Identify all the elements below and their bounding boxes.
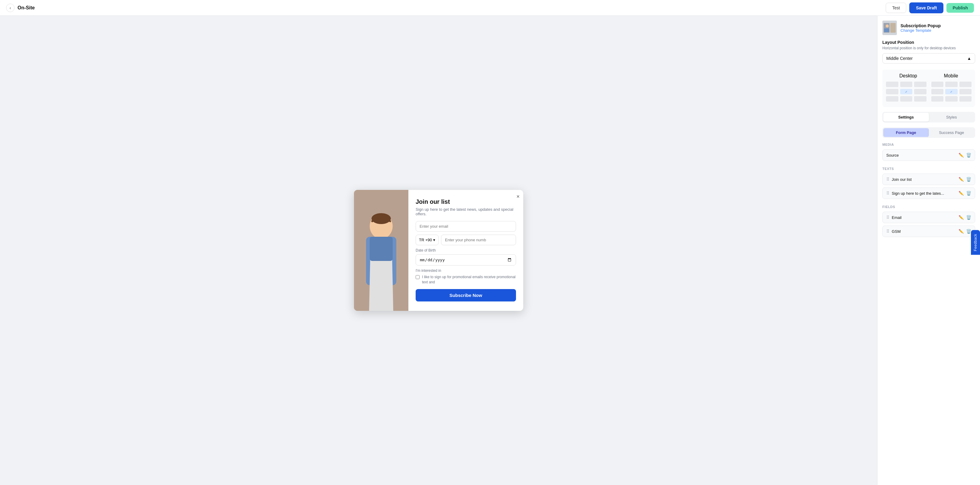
main-layout: × Join our list Sign up here to get the … bbox=[0, 16, 980, 485]
source-field-actions: ✏️ 🗑️ bbox=[959, 153, 971, 158]
position-grid-container: Desktop Mobile ✓ bbox=[882, 70, 975, 107]
pos-ml-desktop[interactable] bbox=[886, 89, 898, 94]
position-dropdown[interactable]: Middle Center ▲ bbox=[882, 53, 975, 64]
drag-icon-text1[interactable]: ⠿ bbox=[886, 177, 889, 182]
app-title: On-Site bbox=[18, 5, 35, 11]
gsm-field-row: ⠿ GSM ✏️ 🗑️ bbox=[882, 226, 975, 237]
pos-bl-desktop[interactable] bbox=[886, 96, 898, 102]
text2-actions: ✏️ 🗑️ bbox=[959, 191, 971, 196]
email-field-actions: ✏️ 🗑️ bbox=[959, 215, 971, 220]
text2-delete-button[interactable]: 🗑️ bbox=[966, 191, 971, 196]
popup-image bbox=[354, 190, 408, 311]
text1-actions: ✏️ 🗑️ bbox=[959, 177, 971, 182]
settings-styles-tabs: Settings Styles bbox=[882, 112, 975, 123]
chevron-up-icon: ▲ bbox=[967, 56, 971, 61]
drag-icon-email[interactable]: ⠿ bbox=[886, 215, 889, 220]
email-field-row: ⠿ Email ✏️ 🗑️ bbox=[882, 212, 975, 223]
publish-button[interactable]: Publish bbox=[947, 3, 974, 13]
interest-checkbox[interactable] bbox=[416, 275, 420, 279]
text1-edit-button[interactable]: ✏️ bbox=[959, 177, 964, 182]
pos-tr-mobile[interactable] bbox=[959, 81, 972, 87]
layout-position-title: Layout Position bbox=[882, 40, 975, 45]
interest-label: I'm interested in bbox=[416, 268, 516, 273]
desktop-grid: ✓ bbox=[886, 81, 926, 104]
drag-icon-gsm[interactable]: ⠿ bbox=[886, 229, 889, 234]
email-delete-button[interactable]: 🗑️ bbox=[966, 215, 971, 220]
text1-delete-button[interactable]: 🗑️ bbox=[966, 177, 971, 182]
popup-title: Join our list bbox=[416, 198, 516, 205]
popup-close-button[interactable]: × bbox=[516, 193, 520, 200]
header-left: ‹ On-Site bbox=[6, 4, 35, 12]
template-card: Subscription Popup Change Template bbox=[882, 21, 975, 35]
popup-content: Join our list Sign up here to get the la… bbox=[408, 190, 523, 311]
template-name-label: Subscription Popup bbox=[900, 23, 941, 28]
pos-mr-mobile[interactable] bbox=[959, 89, 972, 94]
form-page-tab[interactable]: Form Page bbox=[883, 128, 929, 137]
svg-point-9 bbox=[886, 24, 889, 27]
popup-subtitle: Sign up here to get the latest news, upd… bbox=[416, 207, 516, 216]
pos-grids-row: ✓ bbox=[886, 81, 972, 104]
mobile-grid: ✓ bbox=[931, 81, 972, 104]
gsm-field-left: ⠿ GSM bbox=[886, 229, 901, 234]
pos-br-mobile[interactable] bbox=[959, 96, 972, 102]
change-template-button[interactable]: Change Template bbox=[900, 28, 941, 33]
pos-tc-mobile[interactable] bbox=[945, 81, 958, 87]
template-thumbnail bbox=[882, 21, 897, 35]
back-button[interactable]: ‹ bbox=[6, 4, 14, 12]
gsm-delete-button[interactable]: 🗑️ bbox=[966, 229, 971, 234]
text2-left: ⠿ Sign up here to get the lates... bbox=[886, 191, 944, 196]
save-draft-button[interactable]: Save Draft bbox=[909, 2, 943, 13]
page-tabs: Form Page Success Page bbox=[882, 127, 975, 138]
phone-input[interactable] bbox=[441, 235, 516, 245]
gsm-field-actions: ✏️ 🗑️ bbox=[959, 229, 971, 234]
media-section-title: MEDIA bbox=[882, 143, 975, 146]
test-button[interactable]: Test bbox=[886, 3, 906, 13]
text2-field-row: ⠿ Sign up here to get the lates... ✏️ 🗑️ bbox=[882, 187, 975, 199]
subscribe-button[interactable]: Subscribe Now bbox=[416, 289, 516, 302]
phone-row: TR +90 ▾ bbox=[416, 235, 516, 245]
pos-mr-desktop[interactable] bbox=[914, 89, 926, 94]
pos-tabs: Desktop Mobile bbox=[886, 73, 972, 79]
styles-tab[interactable]: Styles bbox=[929, 113, 975, 121]
mobile-tab-label: Mobile bbox=[944, 73, 958, 79]
pos-bc-desktop[interactable] bbox=[900, 96, 913, 102]
texts-section: TEXTS ⠿ Join our list ✏️ 🗑️ ⠿ Sign up he… bbox=[882, 167, 975, 199]
pos-tr-desktop[interactable] bbox=[914, 81, 926, 87]
gsm-field-label: GSM bbox=[892, 229, 901, 234]
svg-rect-10 bbox=[884, 29, 889, 32]
email-input[interactable] bbox=[416, 221, 516, 231]
dob-label: Date of Birth bbox=[416, 248, 516, 252]
gsm-edit-button[interactable]: ✏️ bbox=[959, 229, 964, 234]
pos-mc-mobile[interactable]: ✓ bbox=[945, 89, 958, 94]
source-delete-button[interactable]: 🗑️ bbox=[966, 153, 971, 158]
header: ‹ On-Site Test Save Draft Publish bbox=[0, 0, 980, 16]
svg-rect-8 bbox=[890, 23, 896, 33]
checkbox-row: I like to sign up for promotional emails… bbox=[416, 274, 516, 285]
text1-label: Join our list bbox=[892, 177, 912, 182]
success-page-tab[interactable]: Success Page bbox=[929, 128, 975, 137]
email-edit-button[interactable]: ✏️ bbox=[959, 215, 964, 220]
pos-bc-mobile[interactable] bbox=[945, 96, 958, 102]
text1-field-row: ⠿ Join our list ✏️ 🗑️ bbox=[882, 174, 975, 185]
check-icon: ✓ bbox=[905, 90, 907, 93]
drag-icon-text2[interactable]: ⠿ bbox=[886, 191, 889, 196]
pos-bl-mobile[interactable] bbox=[931, 96, 944, 102]
canvas-area: × Join our list Sign up here to get the … bbox=[0, 16, 877, 485]
pos-tl-mobile[interactable] bbox=[931, 81, 944, 87]
settings-tab[interactable]: Settings bbox=[883, 113, 929, 121]
text2-edit-button[interactable]: ✏️ bbox=[959, 191, 964, 196]
pos-tl-desktop[interactable] bbox=[886, 81, 898, 87]
header-right: Test Save Draft Publish bbox=[886, 2, 974, 13]
pos-tc-desktop[interactable] bbox=[900, 81, 913, 87]
country-code-label: TR +90 bbox=[419, 238, 432, 242]
position-value: Middle Center bbox=[886, 56, 913, 61]
template-info: Subscription Popup Change Template bbox=[900, 23, 941, 33]
pos-ml-mobile[interactable] bbox=[931, 89, 944, 94]
feedback-tab[interactable]: Feedback bbox=[971, 230, 980, 255]
pos-br-desktop[interactable] bbox=[914, 96, 926, 102]
pos-mc-desktop[interactable]: ✓ bbox=[900, 89, 913, 94]
phone-country-selector[interactable]: TR +90 ▾ bbox=[416, 235, 439, 245]
source-edit-button[interactable]: ✏️ bbox=[959, 153, 964, 158]
dob-input[interactable] bbox=[416, 254, 516, 265]
popup: × Join our list Sign up here to get the … bbox=[354, 190, 523, 311]
